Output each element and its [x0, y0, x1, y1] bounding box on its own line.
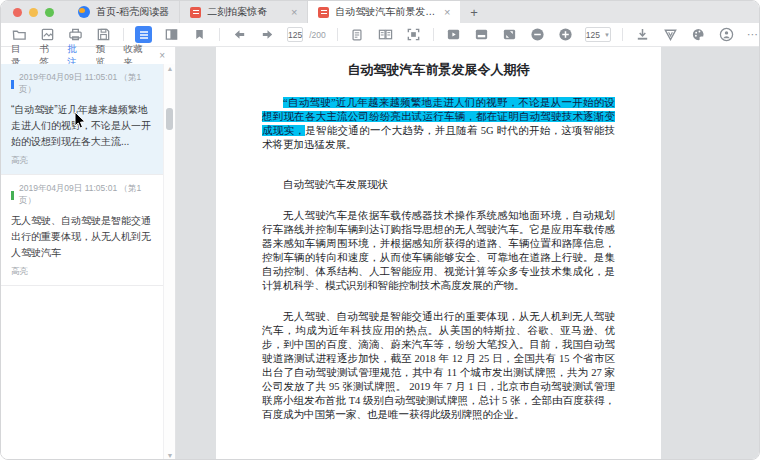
toolbar-separator — [622, 28, 623, 41]
toolbar-separator — [337, 28, 338, 41]
titlebar: 首页-稻壳阅读器 二刻拍案惊奇 × 自动驾驶汽车前景发展... × + — [1, 1, 759, 23]
single-page-view-button[interactable] — [349, 26, 366, 43]
paragraph-3: 无人驾驶、自动驾驶是智能交通出行的重要体现，从无人机到无人驾驶汽车，均成为近年科… — [262, 310, 615, 422]
export-image-button[interactable] — [39, 26, 56, 43]
annotation-date: 2019年04月09日 11:05:01 （第1页） — [19, 183, 154, 207]
zoom-level-select[interactable]: 125▼ — [585, 27, 611, 42]
close-tab-icon[interactable]: × — [291, 6, 297, 18]
window-controls — [1, 1, 68, 23]
toolbar: 125 /200 125▼ ⋯ — [1, 23, 759, 47]
tab-document-2-label: 自动驾驶汽车前景发展... — [335, 5, 438, 19]
page-number-input[interactable]: 125 — [287, 27, 303, 42]
next-page-button[interactable] — [259, 26, 276, 43]
paragraph-2: 无人驾驶汽车是依据车载传感器技术操作系统感知地面环境，自动规划行车路线并控制车辆… — [262, 209, 615, 293]
minus-circle-icon — [530, 27, 545, 42]
presentation-button[interactable] — [445, 26, 462, 43]
bookmark-icon — [193, 28, 206, 41]
pdf-file-icon — [190, 7, 201, 18]
download-icon — [635, 27, 650, 42]
book-icon — [164, 27, 179, 42]
tab-document-1[interactable]: 二刻拍案惊奇 × — [180, 1, 308, 23]
app-body: 目录 书签 批注 预览 收藏夹 × 2019年04月09日 11:05:01 （… — [1, 47, 759, 460]
scroll-down-icon[interactable]: ▼ — [164, 451, 176, 460]
user-icon — [719, 27, 734, 42]
shield-icon — [663, 27, 678, 42]
arrow-left-icon — [232, 27, 247, 42]
annotation-list: 2019年04月09日 11:05:01 （第1页） “自动驾驶”近几年越来越频… — [1, 64, 164, 460]
annotation-type-badge: 高亮 — [11, 266, 154, 278]
panel-list-icon — [138, 29, 150, 41]
two-page-icon — [378, 27, 393, 42]
minimize-window-button[interactable] — [29, 8, 38, 17]
plus-circle-icon — [558, 27, 573, 42]
printer-icon — [68, 27, 83, 42]
chevron-down-icon: ▼ — [604, 32, 610, 38]
scroll-up-icon[interactable]: ▲ — [164, 64, 176, 74]
download-button[interactable] — [634, 26, 651, 43]
resize-diagonal-icon — [502, 27, 517, 42]
tab-document-2-active[interactable]: 自动驾驶汽车前景发展... × — [308, 1, 460, 23]
tab-home[interactable]: 首页-稻壳阅读器 — [68, 1, 180, 23]
paragraph-1: “自动驾驶”近几年越来越频繁地走进人们的视野，不论是从一开始的设想到现在各大主流… — [262, 96, 615, 152]
single-page-icon — [350, 28, 364, 42]
hide-toolbar-button[interactable] — [473, 26, 490, 43]
annotation-text: “自动驾驶”近几年越来越频繁地走进人们的视野，不论是从一开始的设想到现在各大主流… — [11, 102, 154, 150]
annotation-sidebar: 目录 书签 批注 预览 收藏夹 × 2019年04月09日 11:05:01 （… — [1, 47, 176, 460]
annotation-type-badge: 高亮 — [11, 155, 154, 167]
toolbar-separator — [219, 28, 220, 41]
annotation-color-bar — [11, 191, 14, 200]
account-button[interactable] — [718, 26, 735, 43]
panel-bottom-icon — [474, 27, 489, 42]
zoom-window-button[interactable] — [45, 8, 54, 17]
open-file-button[interactable] — [11, 26, 28, 43]
annotation-card-header: 2019年04月09日 11:05:01 （第1页） — [11, 72, 154, 96]
prev-page-button[interactable] — [231, 26, 248, 43]
bookmark-button[interactable] — [191, 26, 208, 43]
sidebar-scrollbar[interactable]: ▲ ▼ — [163, 64, 175, 460]
toggle-sidebar-button[interactable] — [135, 26, 152, 43]
zoom-level-value: 125 — [586, 30, 600, 40]
pdf-file-icon — [318, 7, 329, 18]
more-options-button[interactable]: ⋯ — [747, 28, 759, 41]
annotation-card[interactable]: 2019年04月09日 11:05:01 （第1页） 无人驾驶、自动驾驶是智能交… — [1, 175, 164, 286]
zoom-in-button[interactable] — [557, 26, 574, 43]
close-tab-icon[interactable]: × — [444, 6, 450, 18]
palette-icon — [691, 27, 706, 42]
annotation-date: 2019年04月09日 11:05:01 （第1页） — [19, 72, 154, 96]
new-tab-button[interactable]: + — [460, 1, 488, 23]
section-heading: 自动驾驶汽车发展现状 — [262, 178, 615, 192]
two-page-view-button[interactable] — [377, 26, 394, 43]
toolbar-separator — [433, 28, 434, 41]
app-window: 首页-稻壳阅读器 二刻拍案惊奇 × 自动驾驶汽车前景发展... × + 125 … — [0, 0, 760, 460]
close-sidebar-icon[interactable]: × — [159, 50, 165, 61]
close-window-button[interactable] — [13, 8, 22, 17]
annotation-text: 无人驾驶、自动驾驶是智能交通出行的重要体现，从无人机到无人驾驶汽车 — [11, 213, 154, 261]
page-total-label: /200 — [309, 30, 326, 40]
reader-logo-icon — [78, 6, 90, 18]
fit-window-button[interactable] — [501, 26, 518, 43]
save-icon — [96, 27, 111, 42]
protect-button[interactable] — [662, 26, 679, 43]
annotation-card-header: 2019年04月09日 11:05:01 （第1页） — [11, 183, 154, 207]
document-view[interactable]: 自动驾驶汽车前景发展令人期待 “自动驾驶”近几年越来越频繁地走进人们的视野，不论… — [176, 47, 759, 460]
play-presentation-icon — [446, 27, 461, 42]
annotation-card-selected[interactable]: 2019年04月09日 11:05:01 （第1页） “自动驾驶”近几年越来越频… — [1, 64, 164, 175]
image-file-icon — [40, 27, 55, 42]
annotation-color-bar — [11, 80, 14, 89]
theme-button[interactable] — [690, 26, 707, 43]
print-button[interactable] — [67, 26, 84, 43]
fullscreen-icon — [406, 27, 421, 42]
read-mode-button[interactable] — [163, 26, 180, 43]
document-page[interactable]: 自动驾驶汽车前景发展令人期待 “自动驾驶”近几年越来越频繁地走进人们的视野，不论… — [216, 47, 661, 460]
save-button[interactable] — [95, 26, 112, 43]
toolbar-separator — [123, 28, 124, 41]
arrow-right-icon — [260, 27, 275, 42]
document-title: 自动驾驶汽车前景发展令人期待 — [262, 61, 615, 79]
tab-document-1-label: 二刻拍案惊奇 — [207, 5, 267, 19]
scrollbar-thumb[interactable] — [166, 108, 173, 130]
fullscreen-button[interactable] — [405, 26, 422, 43]
sidebar-tabs: 目录 书签 批注 预览 收藏夹 × — [1, 47, 175, 64]
tab-home-label: 首页-稻壳阅读器 — [96, 5, 169, 19]
zoom-out-button[interactable] — [529, 26, 546, 43]
folder-open-icon — [12, 27, 27, 42]
